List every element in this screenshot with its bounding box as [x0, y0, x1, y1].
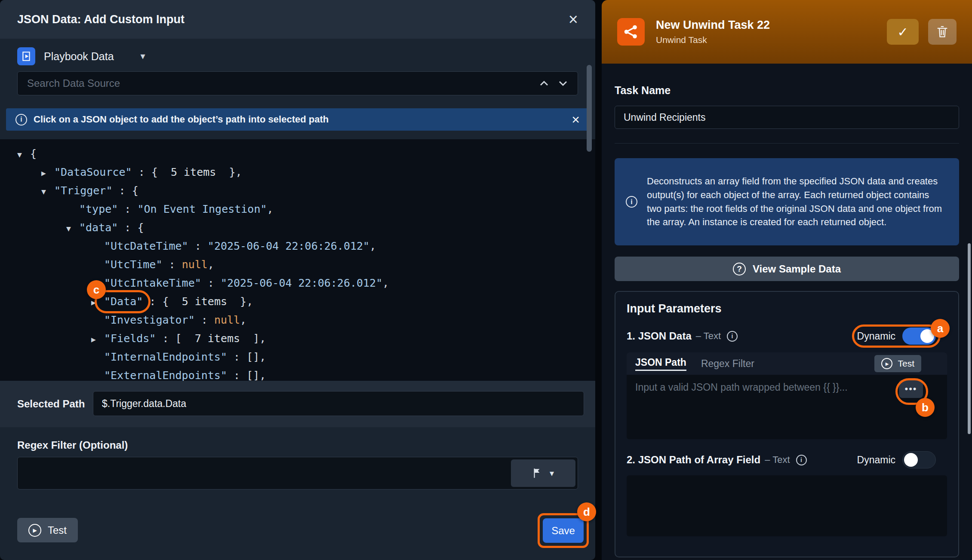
close-icon[interactable]: × — [569, 11, 578, 28]
panel-scrollbar[interactable] — [968, 243, 971, 434]
json-segment-br: { — [151, 166, 158, 178]
ellipsis-icon: ••• — [904, 383, 917, 395]
search-nav-icons — [539, 80, 568, 87]
json-segment-sep: : — [195, 314, 214, 326]
delete-button[interactable] — [928, 19, 957, 45]
json-segment-str: "On Event Ingestion" — [137, 203, 267, 215]
modal-title: JSON Data: Add Custom Input — [17, 13, 185, 26]
view-sample-data-button[interactable]: ? View Sample Data — [615, 257, 959, 281]
task-subtitle: Unwind Task — [656, 35, 770, 45]
json-segment-sep: : — [227, 351, 246, 363]
json-segment-key[interactable]: "UtcTime" — [104, 258, 162, 271]
json-segment-key[interactable]: "UtcIntakeTime" — [104, 277, 201, 289]
json-segment-sep: : — [162, 258, 181, 271]
json-segment-key[interactable]: "Investigator" — [104, 314, 195, 326]
close-icon[interactable]: × — [572, 113, 580, 126]
input-parameters-section: Input Parameters 1. JSON Data – Text i D… — [615, 291, 959, 557]
json-segment-br: { — [137, 221, 144, 234]
save-button[interactable]: Save — [543, 518, 584, 543]
task-config-panel: New Unwind Task 22 Unwind Task ✓ Task Na… — [602, 0, 972, 560]
param-1-tabs: JSON Path Regex Filter ▶ Test — [627, 352, 947, 375]
json-tree-line[interactable]: ▼"Trigger" : { — [0, 181, 595, 200]
search-input[interactable] — [27, 77, 539, 89]
param-1-dynamic: Dynamic — [857, 327, 936, 345]
json-segment-key[interactable]: "InternalEndpoints" — [104, 351, 227, 363]
check-icon: ✓ — [897, 24, 908, 40]
json-segment-key[interactable]: "UtcDateTime" — [104, 240, 188, 252]
test-button-label: Test — [48, 524, 67, 536]
json-segment-key[interactable]: "ExternalEndpoints" — [104, 369, 227, 381]
json-segment-key[interactable]: "DataSource" — [54, 166, 132, 178]
param-1-label: 1. JSON Data — [627, 330, 692, 342]
json-segment-sep: : — [132, 166, 151, 178]
annotation-badge-a: a — [931, 319, 950, 338]
json-segment-br: , — [208, 258, 214, 271]
task-name-input[interactable] — [615, 106, 959, 129]
json-segment-key[interactable]: "data" — [79, 221, 118, 234]
json-segment-key[interactable]: "Trigger" — [54, 184, 112, 197]
param-1-type: – Text — [696, 330, 721, 342]
task-header-actions: ✓ — [887, 19, 957, 45]
json-segment-br: , — [240, 314, 246, 326]
more-options-button[interactable]: ••• — [899, 380, 923, 398]
play-icon: ▶ — [881, 358, 892, 369]
json-segment-br: { — [162, 295, 169, 308]
regex-filter-input[interactable] — [18, 457, 578, 489]
save-button-label: Save — [551, 525, 575, 537]
json-segment-key[interactable]: "Data" — [104, 295, 143, 308]
param-test-button[interactable]: ▶ Test — [874, 355, 921, 372]
json-segment-str: "2025-06-04 22:06:26.012" — [208, 240, 369, 252]
view-sample-data-label: View Sample Data — [753, 263, 841, 275]
trash-icon — [936, 25, 948, 38]
array-field-textarea[interactable] — [627, 475, 947, 536]
task-description-text: Deconstructs an array field from the spe… — [647, 174, 944, 230]
json-tree-scrollbar[interactable] — [587, 65, 592, 152]
json-segment-br: [ — [175, 332, 182, 345]
chevron-down-icon: ▾ — [141, 51, 145, 62]
task-description-box: i Deconstructs an array field from the s… — [615, 158, 959, 245]
json-tree-line[interactable]: ▶"Fields" : [ 7 items ], — [0, 329, 595, 348]
confirm-button[interactable]: ✓ — [887, 19, 919, 45]
json-tree-line[interactable]: ▼{ — [0, 144, 595, 163]
json-segment-br: { — [30, 147, 37, 160]
json-data-modal: JSON Data: Add Custom Input × Playbook D… — [0, 0, 595, 560]
question-icon: ? — [733, 263, 746, 275]
json-tree-line[interactable]: "UtcDateTime" : "2025-06-04 22:06:26.012… — [0, 237, 595, 255]
data-source-dropdown[interactable]: Playbook Data ▾ — [17, 44, 145, 69]
selected-path-input[interactable] — [93, 391, 584, 416]
json-tree-line[interactable]: "UtcTime" : null, — [0, 255, 595, 274]
test-button[interactable]: ▶ Test — [17, 518, 78, 542]
chevron-down-icon[interactable] — [558, 80, 568, 87]
chevron-up-icon[interactable] — [539, 80, 549, 87]
json-segment-key[interactable]: "Fields" — [104, 332, 156, 345]
json-tree-line[interactable]: "InternalEndpoints" : [], — [0, 348, 595, 366]
expand-icon[interactable]: ▶ — [41, 164, 54, 182]
play-icon: ▶ — [28, 524, 41, 537]
json-tree-line[interactable]: "type" : "On Event Ingestion", — [0, 200, 595, 218]
json-tree-line[interactable]: "ExternalEndpoints" : [], — [0, 366, 595, 381]
collapse-icon[interactable]: ▼ — [66, 219, 79, 238]
json-segment-sep: : — [156, 332, 175, 345]
dynamic-toggle[interactable] — [902, 451, 936, 468]
expand-icon[interactable]: ▶ — [91, 330, 104, 349]
tab-json-path[interactable]: JSON Path — [635, 357, 686, 371]
task-header: New Unwind Task 22 Unwind Task ✓ — [602, 0, 972, 64]
param-test-label: Test — [898, 358, 914, 369]
json-segment-sep: : — [143, 295, 162, 308]
unwind-task-icon — [617, 18, 645, 46]
collapse-icon[interactable]: ▼ — [41, 182, 54, 201]
json-tree-line[interactable]: ▶"DataSource" : { 5 items }, — [0, 163, 595, 181]
json-tree: ▼{▶"DataSource" : { 5 items },▼"Trigger"… — [0, 139, 595, 381]
json-segment-key[interactable]: "type" — [79, 203, 118, 215]
json-segment-br: ], — [253, 332, 266, 345]
tab-regex-filter[interactable]: Regex Filter — [701, 358, 754, 370]
param-2-type: – Text — [765, 454, 790, 465]
param-2-row: 2. JSON Path of Array Field – Text i Dyn… — [627, 450, 947, 469]
collapse-icon[interactable]: ▼ — [17, 145, 30, 164]
json-segment-sep: : — [201, 277, 221, 289]
dynamic-label: Dynamic — [857, 330, 895, 342]
json-tree-line[interactable]: "Investigator" : null, — [0, 311, 595, 329]
regex-flags-button[interactable]: ▾ — [511, 459, 575, 487]
selected-path-label: Selected Path — [17, 398, 85, 410]
json-tree-line[interactable]: ▼"data" : { — [0, 218, 595, 237]
